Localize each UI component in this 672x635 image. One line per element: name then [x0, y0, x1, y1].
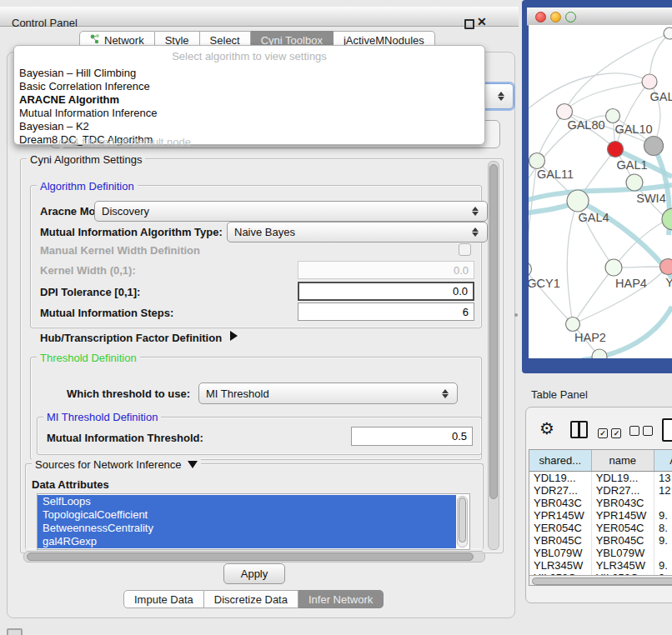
- tab-discretize-data[interactable]: Discretize Data: [204, 590, 298, 608]
- table-cell: YER054C: [591, 522, 654, 534]
- network-node-swi4[interactable]: [626, 174, 643, 191]
- traffic-light-zoom-icon[interactable]: [565, 12, 576, 22]
- attribute-item-betweennesscentrality[interactable]: BetweennessCentrality: [38, 522, 456, 535]
- export-table-icon[interactable]: [662, 418, 672, 442]
- network-node-gal80[interactable]: [557, 104, 573, 120]
- cyni-mode-tabs: Impute DataDiscretize DataInfer Network: [123, 590, 384, 608]
- network-node-label: GAL4: [578, 211, 609, 224]
- combo-arrows-icon: [472, 207, 479, 216]
- tab-label: Discretize Data: [214, 593, 288, 606]
- mi-steps-field[interactable]: [298, 302, 474, 321]
- table-cell: YBL079W: [529, 547, 591, 559]
- table-row[interactable]: YDL19...YDL19...13: [529, 472, 672, 485]
- mi-type-combobox[interactable]: Naive Bayes: [227, 222, 488, 242]
- tab-infer-network[interactable]: Infer Network: [298, 590, 384, 608]
- kernel-width-field[interactable]: [298, 261, 474, 279]
- network-node[interactable]: [644, 137, 664, 156]
- algorithm-option-mutual-information-inference[interactable]: Mutual Information Inference: [14, 107, 484, 120]
- traffic-light-close-icon[interactable]: [535, 12, 546, 22]
- close-icon[interactable]: ✕: [477, 15, 487, 28]
- unselect-all-checkboxes-icon[interactable]: [629, 424, 653, 439]
- network-node-gal[interactable]: [642, 74, 657, 89]
- table-cell: 12: [654, 484, 672, 497]
- traffic-light-minimize-icon[interactable]: [550, 12, 561, 22]
- manual-kernel-checkbox[interactable]: [459, 243, 471, 256]
- select-all-checkboxes-icon[interactable]: ✓ ✓: [598, 424, 621, 439]
- table-cell: 8.: [654, 522, 672, 534]
- table-row[interactable]: YBR043CYBR043C: [529, 497, 672, 509]
- dpi-tolerance-label: DPI Tolerance [0,1]:: [40, 286, 140, 298]
- network-node-y[interactable]: [660, 259, 672, 275]
- table-row[interactable]: YBL079WYBL079W: [529, 547, 672, 559]
- settings-vertical-scrollbar-thumb[interactable]: [489, 164, 498, 499]
- control-panel-header: Control Panel ✕: [0, 7, 519, 27]
- table-horizontal-scrollbar[interactable]: [529, 575, 672, 586]
- network-node-gal11[interactable]: [529, 153, 545, 169]
- network-node-gal10[interactable]: [606, 109, 620, 123]
- app-root: { "panel": { "title": "Control Panel", "…: [0, 0, 672, 635]
- algorithm-option-bayesian-hill-climbing[interactable]: Bayesian – Hill Climbing: [14, 67, 484, 80]
- algorithm-option-aracne-algorithm[interactable]: ARACNE Algorithm: [14, 93, 484, 107]
- mi-type-label: Mutual Information Algorithm Type:: [40, 226, 223, 238]
- tab-label: Impute Data: [134, 593, 193, 606]
- network-node[interactable]: [664, 28, 672, 39]
- cyni-settings-title: Cyni Algorithm Settings: [27, 153, 145, 166]
- attribute-item-topologicalcoefficient[interactable]: TopologicalCoefficient: [38, 508, 456, 522]
- minimized-panel-icon[interactable]: [7, 628, 23, 635]
- settings-vertical-scrollbar[interactable]: [488, 161, 499, 550]
- network-window-titlebar[interactable]: [527, 8, 672, 26]
- tab-impute-data[interactable]: Impute Data: [123, 590, 204, 608]
- table-row[interactable]: YLR345WYLR345W9.: [529, 559, 672, 572]
- network-node-hap2[interactable]: [566, 318, 580, 332]
- table-cell: [654, 547, 672, 559]
- settings-horizontal-scrollbar[interactable]: [23, 551, 485, 562]
- table-row[interactable]: YBR045CYBR045C9.: [529, 534, 672, 547]
- algorithm-option-bayesian-k2[interactable]: Bayesian – K2: [14, 120, 484, 133]
- table-cell: YBL079W: [591, 547, 654, 559]
- algorithm-dropdown-popup: Select algorithm to view settings Bayesi…: [13, 45, 485, 145]
- sources-collapse-arrow-icon[interactable]: [188, 461, 198, 468]
- aracne-mode-combobox[interactable]: Discovery: [94, 201, 488, 222]
- table-cell: YLR345W: [591, 559, 654, 572]
- table-cell: 9.: [654, 534, 672, 547]
- split-divider-handle[interactable]: [514, 313, 518, 317]
- network-node-label: GAL11: [537, 168, 574, 181]
- attributes-scrollbar[interactable]: [457, 496, 468, 548]
- table-row[interactable]: YER054CYER054C8.: [529, 522, 672, 534]
- attributes-scrollbar-thumb[interactable]: [459, 498, 466, 542]
- table-row[interactable]: YDR27...YDR27...12: [529, 484, 672, 497]
- table-cell: YDR27...: [529, 484, 591, 497]
- attribute-item-selfloops[interactable]: SelfLoops: [38, 495, 456, 508]
- mi-steps-label: Mutual Information Steps:: [40, 307, 173, 319]
- column-header-shared[interactable]: shared...: [529, 450, 591, 472]
- network-node-label: GAL1: [616, 158, 647, 172]
- hub-expand-arrow-icon[interactable]: [230, 331, 238, 341]
- control-panel-title: Control Panel: [12, 17, 78, 29]
- settings-gear-icon[interactable]: ⚙: [539, 418, 554, 438]
- network-node[interactable]: [662, 208, 672, 230]
- table-cell: YDR27...: [591, 484, 654, 497]
- network-node-gal1[interactable]: [608, 142, 624, 158]
- network-canvas[interactable]: GALGAL80GAL10GAL1GAL11GAL4SWI4GCY1HAP4YH…: [529, 25, 672, 358]
- attribute-item-gal4rgexp[interactable]: gal4RGexp: [38, 535, 456, 548]
- float-window-icon[interactable]: [464, 19, 474, 29]
- column-selector-icon[interactable]: [570, 421, 588, 438]
- dpi-tolerance-field[interactable]: [298, 282, 474, 301]
- which-threshold-combobox[interactable]: MI Threshold: [198, 382, 458, 404]
- network-node-gcy1[interactable]: [529, 262, 532, 277]
- table-cell: 9.: [654, 509, 672, 522]
- settings-horizontal-scrollbar-thumb[interactable]: [27, 552, 474, 561]
- kernel-width-label: Kernel Width (0,1):: [40, 264, 136, 277]
- network-node-hap4[interactable]: [605, 259, 622, 276]
- network-node-gal4[interactable]: [567, 190, 589, 212]
- table-row[interactable]: YPR145WYPR145W9.: [529, 509, 672, 522]
- column-header-a[interactable]: A: [654, 450, 672, 472]
- column-header-name[interactable]: name: [591, 450, 654, 472]
- table-cell: YBR043C: [591, 497, 654, 509]
- apply-button[interactable]: Apply: [223, 563, 285, 584]
- algorithm-option-basic-correlation-inference[interactable]: Basic Correlation Inference: [14, 80, 484, 93]
- combo-arrows-icon: [442, 389, 449, 398]
- table-horizontal-scrollbar-thumb[interactable]: [532, 578, 672, 585]
- mi-threshold-field[interactable]: [351, 427, 473, 446]
- data-attributes-list: SelfLoopsTopologicalCoefficientBetweenne…: [37, 493, 470, 550]
